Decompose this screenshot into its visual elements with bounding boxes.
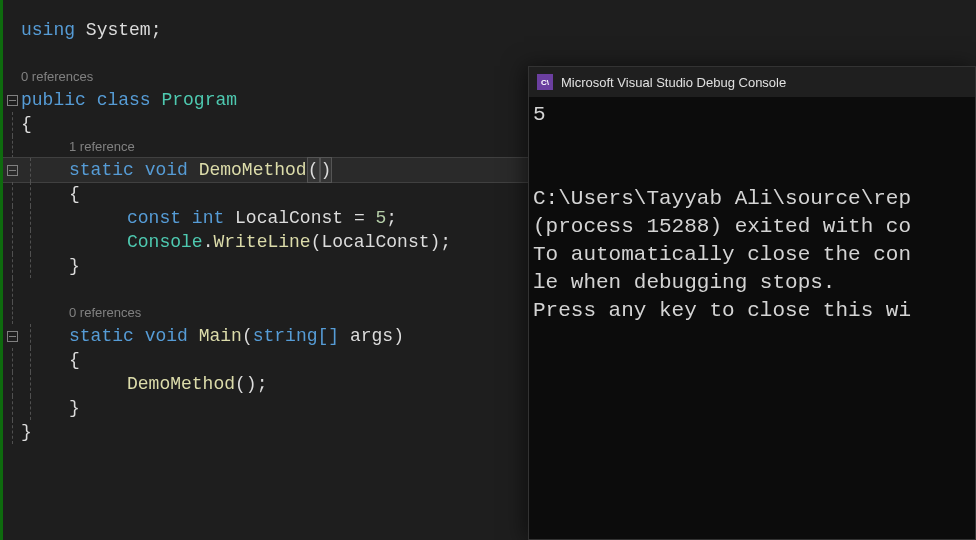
brace-open: { <box>21 112 32 136</box>
console-titlebar[interactable]: C\ Microsoft Visual Studio Debug Console <box>529 67 975 97</box>
console-line: (process 15288) exited with co <box>533 215 911 238</box>
method-main: Main <box>199 324 242 348</box>
console-line: To automatically close the con <box>533 243 911 266</box>
keyword-static: static <box>69 158 134 182</box>
console-title: Microsoft Visual Studio Debug Console <box>561 75 786 90</box>
param-args: args <box>339 324 393 348</box>
type-console: Console <box>127 230 203 254</box>
call-demomethod: DemoMethod <box>127 372 235 396</box>
fold-toggle-demomethod[interactable] <box>3 165 21 176</box>
brace-close-class: } <box>21 420 32 444</box>
codelens-demomethod[interactable]: 1 reference <box>69 135 135 159</box>
type-program: Program <box>161 88 237 112</box>
codelens-main[interactable]: 0 references <box>69 301 141 325</box>
keyword-void: void <box>145 158 188 182</box>
number-literal: 5 <box>375 206 386 230</box>
output-value: 5 <box>533 103 546 126</box>
brace-open: { <box>69 182 80 206</box>
paren-open: ( <box>307 157 320 183</box>
console-output[interactable]: 5 C:\Users\Tayyab Ali\source\rep (proces… <box>529 97 975 329</box>
identifier-system: System <box>86 18 151 42</box>
console-line: Press any key to close this wi <box>533 299 911 322</box>
keyword-class: class <box>97 88 151 112</box>
keyword-using: using <box>21 18 75 42</box>
codelens-class[interactable]: 0 references <box>21 65 93 89</box>
keyword-const: const <box>127 206 181 230</box>
console-line: C:\Users\Tayyab Ali\source\rep <box>533 187 911 210</box>
fold-toggle-main[interactable] <box>3 331 21 342</box>
type-string-array: string[] <box>253 324 339 348</box>
paren-close: ) <box>320 157 333 183</box>
method-writeline: WriteLine <box>213 230 310 254</box>
identifier-localconst: LocalConst <box>235 206 343 230</box>
console-line: le when debugging stops. <box>533 271 835 294</box>
keyword-public: public <box>21 88 86 112</box>
brace-close: } <box>69 254 80 278</box>
keyword-int: int <box>192 206 224 230</box>
debug-console-window[interactable]: C\ Microsoft Visual Studio Debug Console… <box>528 66 976 540</box>
fold-toggle-class[interactable] <box>3 95 21 106</box>
console-icon: C\ <box>537 74 553 90</box>
method-demomethod: DemoMethod <box>199 158 307 182</box>
